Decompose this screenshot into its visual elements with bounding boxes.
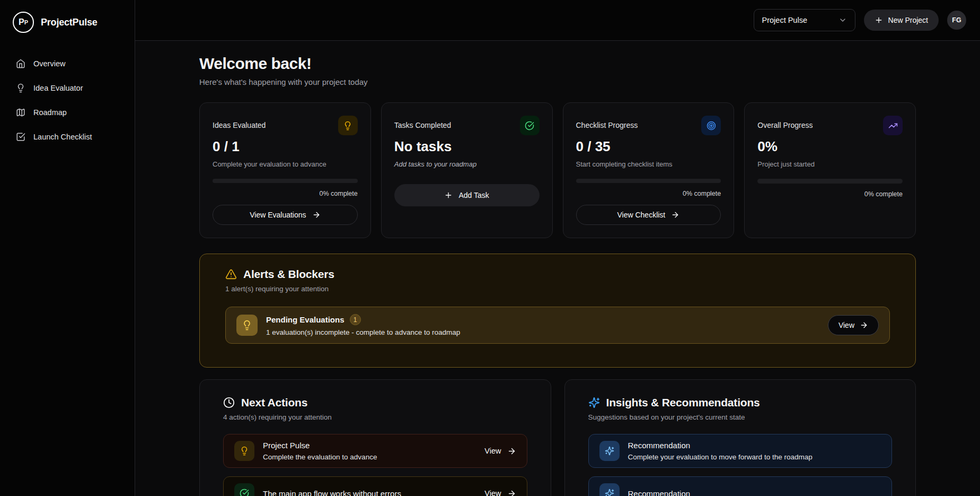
- stat-title: Checklist Progress: [576, 116, 638, 129]
- arrow-right-icon: [312, 211, 321, 219]
- alerts-blockers-panel: Alerts & Blockers 1 alert(s) requiring y…: [199, 254, 916, 368]
- progress-label: 0% complete: [757, 190, 903, 198]
- sidebar-item-label: Overview: [33, 59, 65, 68]
- insights-subtitle: Suggestions based on your project's curr…: [588, 413, 893, 421]
- home-icon: [16, 59, 25, 68]
- project-select-value: Project Pulse: [762, 16, 807, 24]
- action-title: Project Pulse: [263, 441, 377, 450]
- stat-card-checklist-progress: Checklist Progress 0 / 35 Start completi…: [563, 102, 735, 238]
- action-view-link[interactable]: View: [484, 489, 516, 496]
- trending-up-icon: [883, 116, 903, 135]
- stat-subtitle: Add tasks to your roadmap: [394, 160, 540, 168]
- link-label: View: [484, 447, 501, 455]
- stat-title: Overall Progress: [757, 116, 813, 129]
- next-actions-title: Next Actions: [241, 396, 307, 409]
- button-label: View Checklist: [617, 211, 665, 219]
- content-area: Welcome back! Here's what's happening wi…: [135, 41, 980, 496]
- lightbulb-icon: [236, 315, 258, 336]
- lightbulb-icon: [338, 116, 358, 135]
- view-evaluations-button[interactable]: View Evaluations: [213, 205, 358, 225]
- stat-subtitle: Project just started: [757, 160, 903, 168]
- recommendation-row: Recommendation Complete your evaluation …: [588, 434, 893, 468]
- action-title: The main app flow works without errors: [263, 489, 401, 496]
- alert-view-button[interactable]: View: [828, 315, 879, 335]
- map-icon: [16, 108, 25, 117]
- progress-bar: [576, 179, 721, 183]
- progress-label: 0% complete: [576, 190, 721, 197]
- stat-card-overall-progress: Overall Progress 0% Project just started…: [744, 102, 916, 238]
- stat-title: Ideas Evaluated: [213, 116, 266, 129]
- progress-bar: [757, 179, 903, 184]
- button-label: View: [838, 321, 854, 329]
- recommendation-title: Recommendation: [628, 441, 813, 450]
- arrow-right-icon: [507, 489, 516, 496]
- alert-title: Pending Evaluations: [266, 315, 345, 324]
- next-actions-subtitle: 4 action(s) requiring your attention: [223, 413, 527, 421]
- sidebar-item-roadmap[interactable]: Roadmap: [13, 103, 122, 122]
- sidebar-item-overview[interactable]: Overview: [13, 54, 122, 73]
- clock-icon: [223, 397, 235, 408]
- link-label: View: [484, 489, 501, 496]
- brand-logo: PP ProjectPulse: [13, 12, 122, 33]
- alerts-subtitle: 1 alert(s) requiring your attention: [225, 285, 890, 293]
- progress-label: 0% complete: [213, 190, 358, 197]
- sparkles-icon: [599, 483, 620, 496]
- stat-card-ideas-evaluated: Ideas Evaluated 0 / 1 Complete your eval…: [199, 102, 371, 238]
- lightbulb-icon: [16, 83, 25, 93]
- view-checklist-button[interactable]: View Checklist: [576, 205, 721, 225]
- check-circle-icon: [234, 483, 254, 496]
- sparkles-icon: [588, 397, 600, 408]
- avatar[interactable]: FG: [947, 11, 966, 30]
- progress-bar: [213, 179, 358, 183]
- page-subtitle: Here's what's happening with your projec…: [199, 77, 916, 86]
- main-column: Project Pulse New Project FG Welcome bac…: [135, 0, 980, 496]
- action-view-link[interactable]: View: [484, 447, 516, 456]
- alerts-title: Alerts & Blockers: [243, 268, 334, 281]
- stat-value: 0%: [757, 138, 903, 155]
- recommendation-title: Recommendation: [628, 489, 691, 496]
- plus-icon: [444, 191, 453, 199]
- button-label: View Evaluations: [250, 211, 306, 219]
- projectpulse-logo-icon: PP: [13, 12, 34, 33]
- sidebar-item-launch-checklist[interactable]: Launch Checklist: [13, 127, 122, 146]
- sidebar: PP ProjectPulse Overview Idea Evaluator …: [0, 0, 135, 496]
- sidebar-item-label: Idea Evaluator: [33, 84, 83, 92]
- alert-description: 1 evaluation(s) incomplete - complete to…: [266, 328, 460, 336]
- warning-triangle-icon: [225, 268, 237, 280]
- plus-icon: [875, 16, 883, 24]
- alert-row-pending-evaluations: Pending Evaluations 1 1 evaluation(s) in…: [225, 307, 890, 344]
- check-square-icon: [16, 132, 25, 142]
- lightbulb-icon: [234, 441, 254, 461]
- chevron-down-icon: [838, 16, 847, 24]
- action-row-project-pulse: Project Pulse Complete the evaluation to…: [223, 434, 527, 468]
- target-icon: [701, 116, 721, 135]
- alert-count-badge: 1: [350, 314, 361, 325]
- brand-name: ProjectPulse: [41, 17, 98, 28]
- stat-title: Tasks Completed: [394, 116, 451, 129]
- stat-value: 0 / 1: [213, 138, 358, 155]
- new-project-button[interactable]: New Project: [864, 10, 939, 31]
- insights-panel: Insights & Recommendations Suggestions b…: [564, 379, 916, 496]
- topbar: Project Pulse New Project FG: [135, 0, 980, 41]
- project-select[interactable]: Project Pulse: [754, 9, 855, 31]
- stat-subtitle: Complete your evaluation to advance: [213, 160, 358, 168]
- new-project-label: New Project: [888, 16, 928, 24]
- stat-subtitle: Start completing checklist items: [576, 160, 721, 168]
- arrow-right-icon: [671, 211, 679, 219]
- arrow-right-icon: [507, 447, 516, 456]
- recommendation-row: Recommendation: [588, 476, 893, 496]
- sparkles-icon: [599, 441, 620, 461]
- sidebar-nav: Overview Idea Evaluator Roadmap Launch C…: [13, 54, 122, 146]
- check-circle-icon: [520, 116, 540, 135]
- add-task-button[interactable]: Add Task: [394, 184, 540, 206]
- sidebar-item-label: Roadmap: [33, 108, 67, 117]
- stat-value: No tasks: [394, 138, 540, 155]
- stats-grid: Ideas Evaluated 0 / 1 Complete your eval…: [199, 102, 916, 238]
- action-description: Complete the evaluation to advance: [263, 453, 377, 461]
- stat-card-tasks-completed: Tasks Completed No tasks Add tasks to yo…: [381, 102, 553, 238]
- next-actions-panel: Next Actions 4 action(s) requiring your …: [199, 379, 551, 496]
- stat-value: 0 / 35: [576, 138, 721, 155]
- sidebar-item-idea-evaluator[interactable]: Idea Evaluator: [13, 79, 122, 98]
- button-label: Add Task: [458, 191, 489, 199]
- arrow-right-icon: [860, 321, 868, 329]
